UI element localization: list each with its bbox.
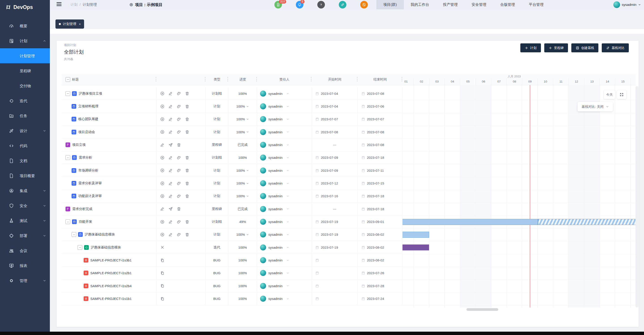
edit-icon[interactable] <box>168 220 173 224</box>
cell-end-date[interactable]: 2023-07-08 <box>358 138 402 151</box>
delete-icon[interactable] <box>185 130 190 134</box>
add-icon[interactable] <box>160 156 164 160</box>
question-button[interactable] <box>317 1 325 8</box>
sidebar-item-设计[interactable]: 设计 <box>0 123 50 138</box>
add-icon[interactable] <box>160 194 164 198</box>
edit-icon[interactable] <box>160 143 164 147</box>
edit-icon[interactable] <box>168 117 173 122</box>
tab-plan-management[interactable]: 计划管理 × <box>56 20 84 28</box>
cell-start-date[interactable]: 2023-07-08 <box>312 126 358 138</box>
sidebar-item-任务[interactable]: 任务 <box>0 108 50 123</box>
link-button[interactable] <box>339 1 346 8</box>
cell-start-date[interactable]: 2023-07-19 <box>312 241 358 254</box>
attach-icon[interactable] <box>177 232 181 237</box>
topnav-item-投产管理[interactable]: 投产管理 <box>436 0 465 10</box>
row-title[interactable]: 需求分析 <box>79 156 92 160</box>
cell-owner[interactable]: sysadmin <box>257 113 312 126</box>
row-title[interactable]: 沪惠保基础信息模块 <box>91 245 121 250</box>
cell-end-date[interactable]: 2023-08-02 <box>358 254 402 266</box>
cell-start-date[interactable]: 2023-07-16 <box>312 190 358 202</box>
row-title[interactable]: 沪惠保项目立项 <box>79 92 102 96</box>
row-title[interactable]: 功能开发 <box>79 220 92 224</box>
cell-owner[interactable]: sysadmin <box>257 280 312 292</box>
sidebar-item-会议[interactable]: 会议 <box>0 243 50 258</box>
collapse-toggle[interactable]: − <box>66 91 70 96</box>
topnav-item-平台管理[interactable]: 平台管理 <box>522 0 550 10</box>
cell-start-date[interactable] <box>312 280 358 292</box>
user-menu[interactable]: sysadmin <box>613 0 641 10</box>
cell-progress[interactable]: 100% <box>228 177 257 190</box>
ban-button[interactable] <box>360 1 368 8</box>
cell-end-date[interactable]: 2023-07-08 <box>358 126 402 138</box>
send-icon[interactable] <box>168 207 173 211</box>
cell-owner[interactable]: sysadmin <box>257 202 312 215</box>
cell-owner[interactable]: sysadmin <box>257 152 312 164</box>
cell-end-date[interactable]: 2023-07-06 <box>358 100 402 112</box>
cell-end-date[interactable]: 2023-08-02 <box>358 241 402 254</box>
cell-end-date[interactable]: 2023-07-18 <box>358 152 402 164</box>
topnav-item-我的工作台[interactable]: 我的工作台 <box>404 0 436 10</box>
delete-icon[interactable] <box>185 156 190 160</box>
cell-end-date[interactable]: 2023-07-07 <box>358 113 402 126</box>
row-title[interactable]: 沪惠保基础信息模块 <box>85 232 115 236</box>
add-icon[interactable] <box>160 181 164 186</box>
attach-icon[interactable] <box>177 181 181 186</box>
delete-icon[interactable] <box>177 207 181 211</box>
cell-owner[interactable]: sysadmin <box>257 267 312 279</box>
cell-end-date[interactable]: 2023-07-24 <box>358 292 402 305</box>
cell-owner[interactable]: sysadmin <box>257 138 312 151</box>
edit-icon[interactable] <box>168 91 173 96</box>
button-里程碑[interactable]: 里程碑 <box>544 44 568 52</box>
edit-icon[interactable] <box>168 130 173 134</box>
cell-owner[interactable]: sysadmin <box>257 215 312 228</box>
row-title[interactable]: SAMPLE-PROJECT-i1s3b1 <box>90 258 132 262</box>
sidebar-item-安全[interactable]: 安全 <box>0 198 50 213</box>
sidebar-item-交付物[interactable]: 交付物 <box>0 78 50 93</box>
attach-icon[interactable] <box>177 156 181 160</box>
row-title[interactable]: SAMPLE-PROJECT-i1s2b4 <box>90 284 132 288</box>
cell-start-date[interactable]: 2023-07-19 <box>312 215 358 228</box>
cell-end-date[interactable]: 2023-07-08 <box>358 87 402 100</box>
bell-button[interactable]: 5 <box>296 1 304 8</box>
cell-owner[interactable]: sysadmin <box>257 254 312 266</box>
attach-icon[interactable] <box>177 194 181 198</box>
gantt-today-button[interactable]: 今天 <box>604 90 615 99</box>
cell-start-date[interactable] <box>312 292 358 305</box>
copy-icon[interactable] <box>160 258 164 262</box>
copy-icon[interactable] <box>160 271 164 275</box>
gantt-fullscreen-button[interactable] <box>617 90 626 99</box>
button-创建基线[interactable]: 创建基线 <box>571 44 598 52</box>
edit-icon[interactable] <box>168 168 173 173</box>
button-计划[interactable]: 计划 <box>520 44 541 52</box>
cell-start-date[interactable]: --- <box>312 202 358 215</box>
attach-icon[interactable] <box>177 91 181 96</box>
delete-icon[interactable] <box>185 194 190 198</box>
attach-icon[interactable] <box>177 168 181 173</box>
row-title[interactable]: SAMPLE-PROJECT-i1s2b1 <box>90 271 132 275</box>
cell-end-date[interactable]: 2023-07-15 <box>358 177 402 190</box>
delete-icon[interactable] <box>185 220 190 224</box>
cell-owner[interactable]: sysadmin <box>257 241 312 254</box>
attach-icon[interactable] <box>177 130 181 134</box>
cell-start-date[interactable]: 2023-07-09 <box>312 152 358 164</box>
add-icon[interactable] <box>160 91 164 96</box>
collapse-toggle[interactable]: − <box>66 220 70 224</box>
cell-start-date[interactable]: 2023-07-19 <box>312 228 358 241</box>
edit-icon[interactable] <box>168 232 173 237</box>
sidebar-item-集成[interactable]: 集成 <box>0 183 50 198</box>
tab-close-icon[interactable]: × <box>79 22 81 26</box>
cell-start-date[interactable]: 2023-07-07 <box>312 113 358 126</box>
row-title[interactable]: 市场调研分析 <box>78 168 98 173</box>
delete-icon[interactable] <box>185 181 190 186</box>
row-title[interactable]: 立项材料梳理 <box>78 104 98 108</box>
collapse-all-toggle[interactable]: − <box>66 77 70 82</box>
add-icon[interactable] <box>160 130 164 134</box>
cell-start-date[interactable]: --- <box>312 138 358 151</box>
cell-owner[interactable]: sysadmin <box>257 164 312 177</box>
docfile-button[interactable]: 310 <box>274 1 282 8</box>
row-title[interactable]: 核心团队筹建 <box>78 117 98 121</box>
collapse-toggle[interactable]: − <box>72 232 76 237</box>
topnav-item-安全管理[interactable]: 安全管理 <box>465 0 493 10</box>
gantt-bar[interactable] <box>402 219 636 225</box>
delete-icon[interactable] <box>185 104 190 109</box>
